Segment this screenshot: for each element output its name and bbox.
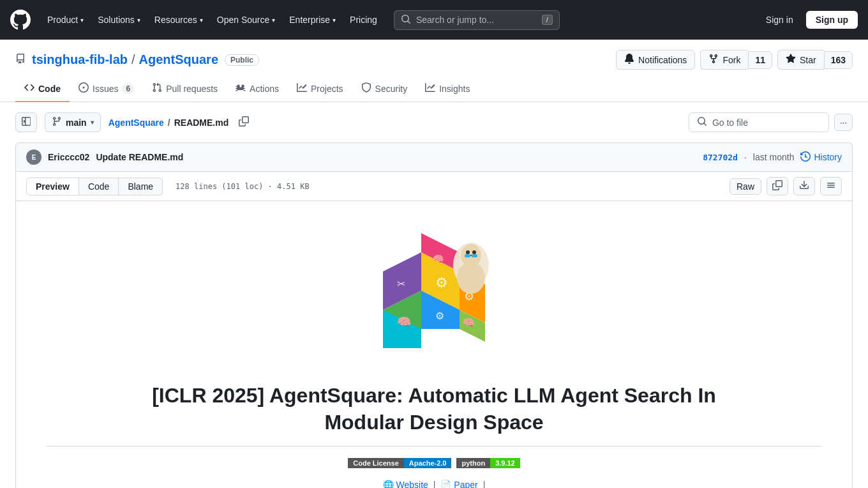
chevron-icon: ▾ xyxy=(137,17,140,24)
file-toolbar-actions: Raw xyxy=(730,177,842,195)
nav-resources[interactable]: Resources ▾ xyxy=(148,11,209,29)
svg-text:🧠: 🧠 xyxy=(433,254,444,264)
branch-name: main xyxy=(66,118,87,128)
issues-icon xyxy=(79,82,89,95)
svg-point-9 xyxy=(466,250,470,254)
issues-count-badge: 6 xyxy=(122,84,134,94)
badge-row: Code License Apache-2.0 python 3.9.12 xyxy=(47,457,821,469)
tab-projects-label: Projects xyxy=(311,84,343,94)
history-label: History xyxy=(814,152,842,162)
nav-product[interactable]: Product ▾ xyxy=(41,11,90,29)
outline-button[interactable] xyxy=(820,177,842,195)
tab-code-label: Code xyxy=(38,84,61,94)
breadcrumb-sep: / xyxy=(168,118,170,128)
repo-tabs: Code Issues 6 Pull requests Actions xyxy=(15,77,853,102)
signup-button[interactable]: Sign up xyxy=(806,11,858,29)
download-icon xyxy=(799,183,809,192)
breadcrumb-repo-link[interactable]: AgentSquare xyxy=(108,118,164,128)
code-tab-button[interactable]: Code xyxy=(79,178,119,195)
search-icon xyxy=(697,116,707,128)
fork-button[interactable]: Fork xyxy=(700,50,748,70)
raw-button[interactable]: Raw xyxy=(730,178,761,195)
commit-author-link[interactable]: Ericccc02 xyxy=(48,152,89,162)
tab-security-label: Security xyxy=(375,84,408,94)
security-icon xyxy=(361,82,371,95)
tab-actions-label: Actions xyxy=(250,84,279,94)
star-button[interactable]: Star xyxy=(777,50,824,70)
branch-icon xyxy=(52,116,62,128)
commit-message: Update README.md xyxy=(96,152,183,162)
branch-selector[interactable]: main ▾ xyxy=(45,112,101,132)
chevron-icon: ▾ xyxy=(80,17,84,24)
paper-link[interactable]: 📄 Paper xyxy=(440,480,477,488)
commit-bar: E Ericccc02 Update README.md 872702d · l… xyxy=(15,142,853,172)
tab-code[interactable]: Code xyxy=(15,77,70,102)
notifications-button[interactable]: Notifications xyxy=(616,50,695,70)
repo-name-link[interactable]: AgentSquare xyxy=(139,52,218,67)
file-browser-header: main ▾ AgentSquare / README.md Go to fil… xyxy=(0,102,868,142)
tab-pullrequests[interactable]: Pull requests xyxy=(143,77,227,102)
download-button[interactable] xyxy=(793,177,815,195)
history-link[interactable]: History xyxy=(800,151,842,164)
more-options-button[interactable]: ··· xyxy=(834,114,853,131)
search-shortcut: / xyxy=(542,15,553,25)
preview-title: [ICLR 2025] AgentSquare: Automatic LLM A… xyxy=(47,383,821,436)
commit-meta: 872702d · last month History xyxy=(703,151,842,164)
fork-label: Fork xyxy=(722,55,740,65)
path-separator: / xyxy=(131,52,135,67)
repo-info-row: tsinghua-fib-lab / AgentSquare Public No… xyxy=(15,50,853,70)
preview-tab-button[interactable]: Preview xyxy=(26,178,79,195)
svg-rect-12 xyxy=(472,254,477,257)
sidebar-toggle-icon xyxy=(21,119,31,128)
breadcrumb: AgentSquare / README.md xyxy=(108,118,229,128)
svg-text:🧠: 🧠 xyxy=(463,317,475,328)
website-link[interactable]: 🌐 Website xyxy=(383,480,428,488)
nav-pricing[interactable]: Pricing xyxy=(343,11,384,29)
header-actions: Sign in Sign up xyxy=(758,11,858,29)
breadcrumb-file: README.md xyxy=(174,118,229,128)
nav-opensource[interactable]: Open Source ▾ xyxy=(211,11,282,29)
nav-solutions[interactable]: Solutions ▾ xyxy=(91,11,147,29)
copy-content-button[interactable] xyxy=(767,177,788,195)
tab-actions[interactable]: Actions xyxy=(227,77,288,102)
preview-content: ⚙ 🧠 ✂ 🧠 ⚙ ⚙ 🧠 xyxy=(16,201,852,488)
fork-icon xyxy=(708,54,719,66)
copy-path-button[interactable] xyxy=(236,114,251,131)
history-icon xyxy=(800,151,811,164)
fork-group: Fork 11 xyxy=(700,50,772,70)
svg-text:✂: ✂ xyxy=(397,278,405,289)
tab-projects[interactable]: Projects xyxy=(288,77,352,102)
nav-enterprise[interactable]: Enterprise ▾ xyxy=(283,11,342,29)
fork-count-button[interactable]: 11 xyxy=(748,51,772,69)
go-to-file-label: Go to file xyxy=(712,118,748,128)
star-count-button[interactable]: 163 xyxy=(824,51,853,69)
notifications-label: Notifications xyxy=(638,55,687,65)
github-logo[interactable] xyxy=(10,10,31,30)
go-to-file-button[interactable]: Go to file xyxy=(689,112,829,132)
main-nav: Product ▾ Solutions ▾ Resources ▾ Open S… xyxy=(41,11,384,29)
svg-text:⚙: ⚙ xyxy=(435,275,448,291)
pr-icon xyxy=(152,82,162,95)
signin-button[interactable]: Sign in xyxy=(758,11,801,28)
tab-issues[interactable]: Issues 6 xyxy=(70,77,143,102)
tab-insights[interactable]: Insights xyxy=(416,77,479,102)
repo-owner-link[interactable]: tsinghua-fib-lab xyxy=(32,52,128,67)
svg-text:⚙: ⚙ xyxy=(435,310,444,321)
repo-path: tsinghua-fib-lab / AgentSquare xyxy=(32,52,218,67)
chevron-icon: ▾ xyxy=(333,17,336,24)
chevron-icon: ▾ xyxy=(200,17,203,24)
visibility-badge: Public xyxy=(225,54,259,66)
bell-icon xyxy=(624,54,634,66)
tab-security[interactable]: Security xyxy=(352,77,417,102)
license-badge: Code License Apache-2.0 xyxy=(348,457,451,469)
tab-insights-label: Insights xyxy=(439,84,470,94)
site-header: Product ▾ Solutions ▾ Resources ▾ Open S… xyxy=(0,0,868,40)
search-box[interactable]: Search or jump to... / xyxy=(394,10,560,30)
blame-tab-button[interactable]: Blame xyxy=(119,178,163,195)
svg-point-14 xyxy=(457,262,485,294)
commit-hash-link[interactable]: 872702d xyxy=(703,153,738,162)
file-view-tabs: Preview Code Blame xyxy=(26,178,163,195)
sidebar-toggle-button[interactable] xyxy=(15,112,37,132)
file-toolbar: Preview Code Blame 128 lines (101 loc) ·… xyxy=(16,172,852,201)
project-logo: ⚙ 🧠 ✂ 🧠 ⚙ ⚙ 🧠 xyxy=(364,227,504,367)
